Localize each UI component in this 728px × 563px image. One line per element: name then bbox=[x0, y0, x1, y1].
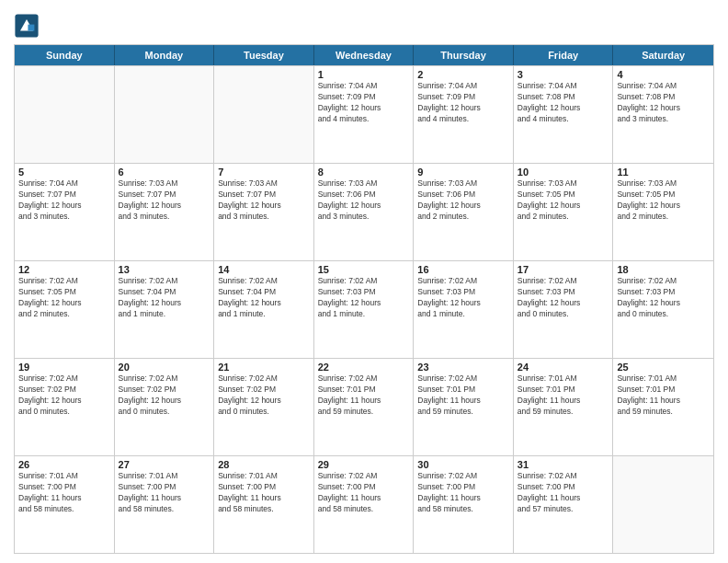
day-number: 17 bbox=[518, 264, 609, 275]
calendar-cell: 28Sunrise: 7:01 AM Sunset: 7:00 PM Dayli… bbox=[214, 456, 314, 553]
calendar-cell: 26Sunrise: 7:01 AM Sunset: 7:00 PM Dayli… bbox=[15, 456, 115, 553]
calendar-cell: 7Sunrise: 7:03 AM Sunset: 7:07 PM Daylig… bbox=[214, 164, 314, 260]
day-info: Sunrise: 7:02 AM Sunset: 7:03 PM Dayligh… bbox=[417, 276, 509, 320]
day-info: Sunrise: 7:02 AM Sunset: 7:01 PM Dayligh… bbox=[318, 373, 410, 418]
day-info: Sunrise: 7:03 AM Sunset: 7:06 PM Dayligh… bbox=[318, 178, 410, 223]
day-info: Sunrise: 7:03 AM Sunset: 7:05 PM Dayligh… bbox=[518, 178, 609, 223]
day-number: 9 bbox=[417, 167, 509, 178]
calendar-cell: 31Sunrise: 7:02 AM Sunset: 7:00 PM Dayli… bbox=[514, 456, 614, 553]
calendar-header-day: Tuesday bbox=[214, 45, 314, 65]
page: SundayMondayTuesdayWednesdayThursdayFrid… bbox=[0, 0, 728, 563]
day-number: 13 bbox=[119, 264, 210, 275]
calendar-cell: 17Sunrise: 7:02 AM Sunset: 7:03 PM Dayli… bbox=[514, 261, 614, 358]
calendar-cell bbox=[613, 456, 713, 553]
calendar-cell: 10Sunrise: 7:03 AM Sunset: 7:05 PM Dayli… bbox=[514, 164, 614, 260]
calendar-cell: 15Sunrise: 7:02 AM Sunset: 7:03 PM Dayli… bbox=[314, 261, 415, 358]
day-info: Sunrise: 7:01 AM Sunset: 7:00 PM Dayligh… bbox=[218, 471, 310, 515]
header bbox=[14, 9, 714, 39]
calendar-cell: 5Sunrise: 7:04 AM Sunset: 7:07 PM Daylig… bbox=[15, 164, 115, 260]
day-number: 6 bbox=[119, 167, 210, 178]
day-number: 2 bbox=[417, 69, 509, 80]
calendar-cell: 14Sunrise: 7:02 AM Sunset: 7:04 PM Dayli… bbox=[214, 261, 314, 358]
day-info: Sunrise: 7:02 AM Sunset: 7:05 PM Dayligh… bbox=[18, 276, 110, 320]
calendar-cell bbox=[214, 66, 314, 163]
calendar-row: 1Sunrise: 7:04 AM Sunset: 7:09 PM Daylig… bbox=[15, 65, 713, 163]
calendar-body: 1Sunrise: 7:04 AM Sunset: 7:09 PM Daylig… bbox=[15, 65, 713, 553]
calendar-row: 5Sunrise: 7:04 AM Sunset: 7:07 PM Daylig… bbox=[15, 163, 713, 260]
day-number: 14 bbox=[218, 264, 310, 275]
day-number: 23 bbox=[417, 362, 509, 373]
calendar-cell: 20Sunrise: 7:02 AM Sunset: 7:02 PM Dayli… bbox=[115, 359, 215, 455]
day-number: 16 bbox=[417, 264, 509, 275]
day-number: 8 bbox=[318, 167, 410, 178]
calendar-cell: 8Sunrise: 7:03 AM Sunset: 7:06 PM Daylig… bbox=[314, 164, 415, 260]
day-number: 12 bbox=[18, 264, 110, 275]
calendar-header-day: Monday bbox=[115, 45, 215, 65]
day-info: Sunrise: 7:01 AM Sunset: 7:00 PM Dayligh… bbox=[119, 471, 210, 515]
day-number: 11 bbox=[617, 167, 710, 178]
calendar-cell: 2Sunrise: 7:04 AM Sunset: 7:09 PM Daylig… bbox=[414, 66, 514, 163]
calendar-cell: 16Sunrise: 7:02 AM Sunset: 7:03 PM Dayli… bbox=[414, 261, 514, 358]
day-number: 20 bbox=[119, 362, 210, 373]
day-info: Sunrise: 7:02 AM Sunset: 7:01 PM Dayligh… bbox=[417, 373, 509, 418]
calendar-cell: 13Sunrise: 7:02 AM Sunset: 7:04 PM Dayli… bbox=[115, 261, 215, 358]
calendar-cell: 21Sunrise: 7:02 AM Sunset: 7:02 PM Dayli… bbox=[214, 359, 314, 455]
day-number: 18 bbox=[617, 264, 710, 275]
calendar-cell: 25Sunrise: 7:01 AM Sunset: 7:01 PM Dayli… bbox=[613, 359, 713, 455]
calendar-cell: 3Sunrise: 7:04 AM Sunset: 7:08 PM Daylig… bbox=[514, 66, 614, 163]
day-info: Sunrise: 7:01 AM Sunset: 7:00 PM Dayligh… bbox=[18, 471, 110, 515]
calendar-cell: 1Sunrise: 7:04 AM Sunset: 7:09 PM Daylig… bbox=[314, 66, 415, 163]
logo-icon bbox=[14, 13, 40, 39]
day-number: 10 bbox=[518, 167, 609, 178]
day-number: 26 bbox=[18, 459, 110, 470]
day-number: 7 bbox=[218, 167, 310, 178]
calendar-header-day: Saturday bbox=[613, 45, 713, 65]
day-number: 19 bbox=[18, 362, 110, 373]
calendar-cell: 29Sunrise: 7:02 AM Sunset: 7:00 PM Dayli… bbox=[314, 456, 415, 553]
day-number: 24 bbox=[518, 362, 609, 373]
calendar-cell: 12Sunrise: 7:02 AM Sunset: 7:05 PM Dayli… bbox=[15, 261, 115, 358]
day-info: Sunrise: 7:02 AM Sunset: 7:02 PM Dayligh… bbox=[218, 373, 310, 418]
day-info: Sunrise: 7:04 AM Sunset: 7:08 PM Dayligh… bbox=[617, 81, 710, 125]
calendar-header: SundayMondayTuesdayWednesdayThursdayFrid… bbox=[15, 45, 713, 65]
day-info: Sunrise: 7:02 AM Sunset: 7:04 PM Dayligh… bbox=[119, 276, 210, 320]
calendar: SundayMondayTuesdayWednesdayThursdayFrid… bbox=[14, 44, 714, 554]
day-info: Sunrise: 7:02 AM Sunset: 7:03 PM Dayligh… bbox=[318, 276, 410, 320]
day-number: 30 bbox=[417, 459, 509, 470]
day-info: Sunrise: 7:04 AM Sunset: 7:07 PM Dayligh… bbox=[18, 178, 110, 223]
calendar-header-day: Thursday bbox=[414, 45, 514, 65]
calendar-cell: 6Sunrise: 7:03 AM Sunset: 7:07 PM Daylig… bbox=[115, 164, 215, 260]
day-info: Sunrise: 7:03 AM Sunset: 7:06 PM Dayligh… bbox=[417, 178, 509, 223]
calendar-row: 19Sunrise: 7:02 AM Sunset: 7:02 PM Dayli… bbox=[15, 358, 713, 455]
day-info: Sunrise: 7:02 AM Sunset: 7:00 PM Dayligh… bbox=[318, 471, 410, 515]
day-number: 29 bbox=[318, 459, 410, 470]
day-info: Sunrise: 7:02 AM Sunset: 7:03 PM Dayligh… bbox=[518, 276, 609, 320]
day-info: Sunrise: 7:02 AM Sunset: 7:00 PM Dayligh… bbox=[417, 471, 509, 515]
calendar-row: 12Sunrise: 7:02 AM Sunset: 7:05 PM Dayli… bbox=[15, 260, 713, 358]
calendar-cell: 19Sunrise: 7:02 AM Sunset: 7:02 PM Dayli… bbox=[15, 359, 115, 455]
day-number: 5 bbox=[18, 167, 110, 178]
calendar-cell: 4Sunrise: 7:04 AM Sunset: 7:08 PM Daylig… bbox=[613, 66, 713, 163]
calendar-cell: 27Sunrise: 7:01 AM Sunset: 7:00 PM Dayli… bbox=[115, 456, 215, 553]
day-info: Sunrise: 7:04 AM Sunset: 7:09 PM Dayligh… bbox=[417, 81, 509, 125]
day-info: Sunrise: 7:03 AM Sunset: 7:07 PM Dayligh… bbox=[119, 178, 210, 223]
calendar-cell bbox=[115, 66, 215, 163]
calendar-header-day: Friday bbox=[514, 45, 614, 65]
calendar-cell: 30Sunrise: 7:02 AM Sunset: 7:00 PM Dayli… bbox=[414, 456, 514, 553]
logo bbox=[14, 13, 41, 39]
day-info: Sunrise: 7:02 AM Sunset: 7:04 PM Dayligh… bbox=[218, 276, 310, 320]
day-number: 3 bbox=[518, 69, 609, 80]
calendar-cell: 24Sunrise: 7:01 AM Sunset: 7:01 PM Dayli… bbox=[514, 359, 614, 455]
day-number: 28 bbox=[218, 459, 310, 470]
calendar-cell: 9Sunrise: 7:03 AM Sunset: 7:06 PM Daylig… bbox=[414, 164, 514, 260]
calendar-row: 26Sunrise: 7:01 AM Sunset: 7:00 PM Dayli… bbox=[15, 455, 713, 553]
day-info: Sunrise: 7:01 AM Sunset: 7:01 PM Dayligh… bbox=[617, 373, 710, 418]
day-info: Sunrise: 7:04 AM Sunset: 7:09 PM Dayligh… bbox=[318, 81, 410, 125]
calendar-cell: 22Sunrise: 7:02 AM Sunset: 7:01 PM Dayli… bbox=[314, 359, 415, 455]
day-info: Sunrise: 7:03 AM Sunset: 7:05 PM Dayligh… bbox=[617, 178, 710, 223]
calendar-cell: 23Sunrise: 7:02 AM Sunset: 7:01 PM Dayli… bbox=[414, 359, 514, 455]
day-info: Sunrise: 7:02 AM Sunset: 7:02 PM Dayligh… bbox=[18, 373, 110, 418]
calendar-header-day: Wednesday bbox=[314, 45, 415, 65]
day-number: 25 bbox=[617, 362, 710, 373]
day-number: 4 bbox=[617, 69, 710, 80]
